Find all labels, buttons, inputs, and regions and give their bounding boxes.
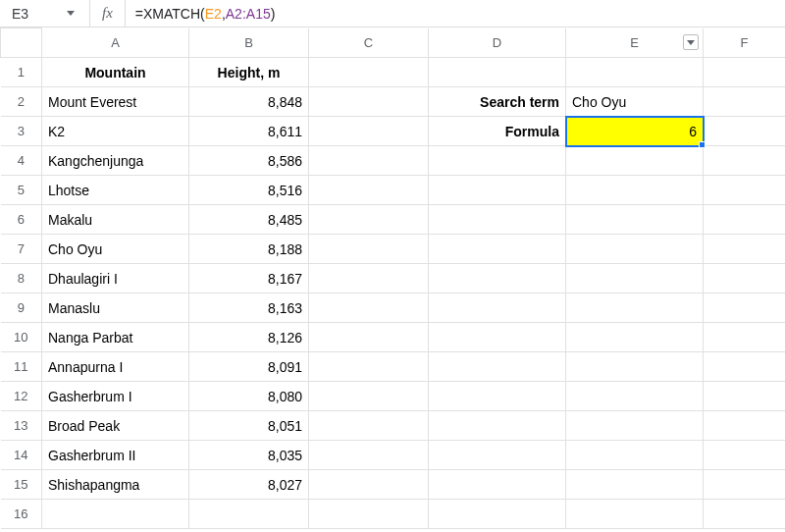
row-header-12[interactable]: 12 [1,382,42,411]
cell-D5[interactable] [429,176,566,205]
cell-E12[interactable] [566,382,704,411]
cell-B11[interactable]: 8,091 [189,352,309,382]
cell-A12[interactable]: Gasherbrum I [42,382,189,411]
cell-D9[interactable] [429,293,566,323]
cell-F5[interactable] [704,176,786,205]
cell-E11[interactable] [566,352,704,382]
cell-B15[interactable]: 8,027 [189,470,309,500]
row-header-8[interactable]: 8 [1,264,42,293]
cell-E7[interactable] [566,235,704,264]
cell-C11[interactable] [309,352,429,382]
cell-C3[interactable] [309,117,429,146]
cell-B1[interactable]: Height, m [189,58,309,87]
cell-B10[interactable]: 8,126 [189,323,309,352]
row-header-7[interactable]: 7 [1,235,42,264]
cell-E14[interactable] [566,441,704,470]
cell-D7[interactable] [429,235,566,264]
column-menu-icon[interactable] [683,34,699,50]
formula-input[interactable]: =XMATCH(E2,A2:A15) [126,0,783,27]
cell-A13[interactable]: Broad Peak [42,411,189,441]
cell-A11[interactable]: Annapurna I [42,352,189,382]
cell-D8[interactable] [429,264,566,293]
cell-C4[interactable] [309,146,429,176]
cell-A3[interactable]: K2 [42,117,189,146]
cell-B9[interactable]: 8,163 [189,293,309,323]
cell-D6[interactable] [429,205,566,235]
cell-D14[interactable] [429,441,566,470]
cell-F3[interactable] [704,117,786,146]
row-header-10[interactable]: 10 [1,323,42,352]
cell-B4[interactable]: 8,586 [189,146,309,176]
cell-D13[interactable] [429,411,566,441]
cell-A5[interactable]: Lhotse [42,176,189,205]
col-header-D[interactable]: D [429,28,566,58]
cell-F4[interactable] [704,146,786,176]
row-header-2[interactable]: 2 [1,87,42,117]
cell-C7[interactable] [309,235,429,264]
cell-B7[interactable]: 8,188 [189,235,309,264]
cell-A2[interactable]: Mount Everest [42,87,189,117]
cell-E3[interactable]: 6 [566,117,704,146]
cell-D2[interactable]: Search term [429,87,566,117]
cell-B2[interactable]: 8,848 [189,87,309,117]
col-header-E[interactable]: E [566,28,704,58]
cell-B12[interactable]: 8,080 [189,382,309,411]
cell-E15[interactable] [566,470,704,500]
row-header-4[interactable]: 4 [1,146,42,176]
name-box-container[interactable] [2,0,90,27]
row-header-5[interactable]: 5 [1,176,42,205]
cell-D1[interactable] [429,58,566,87]
cell-A16[interactable] [42,500,189,529]
cell-F15[interactable] [704,470,786,500]
cell-D15[interactable] [429,470,566,500]
cell-D4[interactable] [429,146,566,176]
row-header-11[interactable]: 11 [1,352,42,382]
col-header-A[interactable]: A [42,28,189,58]
cell-F1[interactable] [704,58,786,87]
cell-D12[interactable] [429,382,566,411]
cell-F13[interactable] [704,411,786,441]
cell-F7[interactable] [704,235,786,264]
cell-F2[interactable] [704,87,786,117]
row-header-9[interactable]: 9 [1,293,42,323]
cell-E13[interactable] [566,411,704,441]
cell-E8[interactable] [566,264,704,293]
spreadsheet-grid[interactable]: A B C D E F 1MountainHeight, m2Mount Eve… [0,27,785,532]
cell-C6[interactable] [309,205,429,235]
cell-E2[interactable]: Cho Oyu [566,87,704,117]
cell-B3[interactable]: 8,611 [189,117,309,146]
name-box-dropdown-icon[interactable] [67,11,75,16]
cell-E10[interactable] [566,323,704,352]
cell-A6[interactable]: Makalu [42,205,189,235]
cell-A10[interactable]: Nanga Parbat [42,323,189,352]
cell-A9[interactable]: Manaslu [42,293,189,323]
cell-C16[interactable] [309,500,429,529]
cell-B5[interactable]: 8,516 [189,176,309,205]
cell-B16[interactable] [189,500,309,529]
selection-fill-handle[interactable] [699,141,706,148]
cell-F11[interactable] [704,352,786,382]
cell-D10[interactable] [429,323,566,352]
cell-A4[interactable]: Kangchenjunga [42,146,189,176]
cell-C1[interactable] [309,58,429,87]
cell-F14[interactable] [704,441,786,470]
cell-A14[interactable]: Gasherbrum II [42,441,189,470]
row-header-1[interactable]: 1 [1,58,42,87]
cell-A15[interactable]: Shishapangma [42,470,189,500]
cell-D11[interactable] [429,352,566,382]
cell-E1[interactable] [566,58,704,87]
cell-B8[interactable]: 8,167 [189,264,309,293]
cell-C15[interactable] [309,470,429,500]
name-box[interactable] [12,6,59,22]
row-header-14[interactable]: 14 [1,441,42,470]
cell-E5[interactable] [566,176,704,205]
select-all-corner[interactable] [1,28,42,58]
cell-F12[interactable] [704,382,786,411]
cell-E9[interactable] [566,293,704,323]
cell-C12[interactable] [309,382,429,411]
cell-A7[interactable]: Cho Oyu [42,235,189,264]
cell-E16[interactable] [566,500,704,529]
cell-F10[interactable] [704,323,786,352]
row-header-15[interactable]: 15 [1,470,42,500]
col-header-F[interactable]: F [704,28,786,58]
